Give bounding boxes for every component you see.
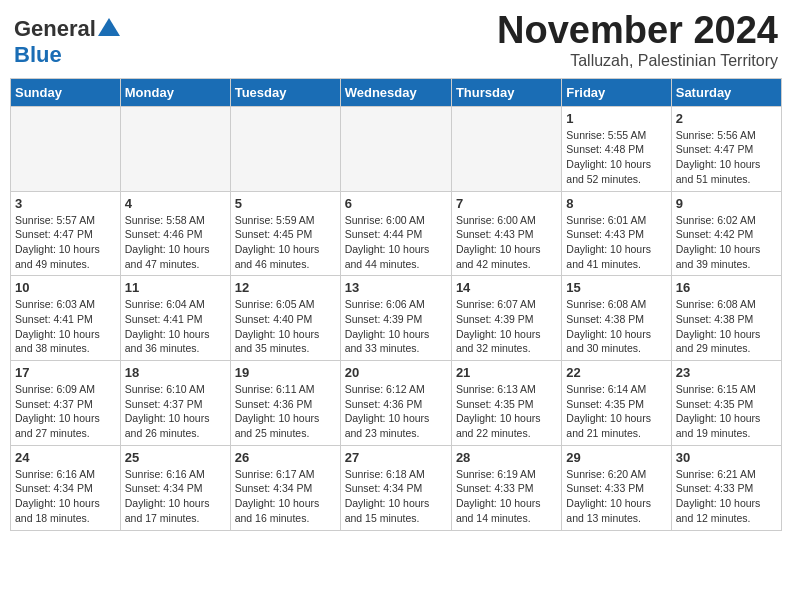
day-info: Sunrise: 6:04 AM Sunset: 4:41 PM Dayligh… bbox=[125, 297, 226, 356]
day-number: 5 bbox=[235, 196, 336, 211]
calendar-cell bbox=[11, 106, 121, 191]
logo-blue-text: Blue bbox=[14, 42, 62, 67]
day-number: 18 bbox=[125, 365, 226, 380]
calendar-cell: 25Sunrise: 6:16 AM Sunset: 4:34 PM Dayli… bbox=[120, 445, 230, 530]
day-number: 23 bbox=[676, 365, 777, 380]
month-title: November 2024 bbox=[497, 10, 778, 52]
day-info: Sunrise: 6:10 AM Sunset: 4:37 PM Dayligh… bbox=[125, 382, 226, 441]
day-number: 13 bbox=[345, 280, 447, 295]
day-number: 26 bbox=[235, 450, 336, 465]
calendar-cell: 19Sunrise: 6:11 AM Sunset: 4:36 PM Dayli… bbox=[230, 361, 340, 446]
day-info: Sunrise: 6:21 AM Sunset: 4:33 PM Dayligh… bbox=[676, 467, 777, 526]
logo: General Blue bbox=[14, 10, 120, 68]
day-info: Sunrise: 6:17 AM Sunset: 4:34 PM Dayligh… bbox=[235, 467, 336, 526]
calendar-cell: 12Sunrise: 6:05 AM Sunset: 4:40 PM Dayli… bbox=[230, 276, 340, 361]
day-info: Sunrise: 6:19 AM Sunset: 4:33 PM Dayligh… bbox=[456, 467, 557, 526]
calendar-header-thursday: Thursday bbox=[451, 78, 561, 106]
calendar-cell bbox=[340, 106, 451, 191]
day-info: Sunrise: 6:03 AM Sunset: 4:41 PM Dayligh… bbox=[15, 297, 116, 356]
calendar-cell: 21Sunrise: 6:13 AM Sunset: 4:35 PM Dayli… bbox=[451, 361, 561, 446]
calendar-cell: 5Sunrise: 5:59 AM Sunset: 4:45 PM Daylig… bbox=[230, 191, 340, 276]
day-number: 21 bbox=[456, 365, 557, 380]
day-info: Sunrise: 6:16 AM Sunset: 4:34 PM Dayligh… bbox=[15, 467, 116, 526]
day-info: Sunrise: 6:07 AM Sunset: 4:39 PM Dayligh… bbox=[456, 297, 557, 356]
day-number: 10 bbox=[15, 280, 116, 295]
day-info: Sunrise: 5:55 AM Sunset: 4:48 PM Dayligh… bbox=[566, 128, 666, 187]
calendar-cell: 15Sunrise: 6:08 AM Sunset: 4:38 PM Dayli… bbox=[562, 276, 671, 361]
day-number: 9 bbox=[676, 196, 777, 211]
calendar-cell: 23Sunrise: 6:15 AM Sunset: 4:35 PM Dayli… bbox=[671, 361, 781, 446]
calendar-week-row: 10Sunrise: 6:03 AM Sunset: 4:41 PM Dayli… bbox=[11, 276, 782, 361]
calendar-cell: 30Sunrise: 6:21 AM Sunset: 4:33 PM Dayli… bbox=[671, 445, 781, 530]
calendar-cell: 18Sunrise: 6:10 AM Sunset: 4:37 PM Dayli… bbox=[120, 361, 230, 446]
calendar-week-row: 3Sunrise: 5:57 AM Sunset: 4:47 PM Daylig… bbox=[11, 191, 782, 276]
day-info: Sunrise: 6:02 AM Sunset: 4:42 PM Dayligh… bbox=[676, 213, 777, 272]
day-info: Sunrise: 6:12 AM Sunset: 4:36 PM Dayligh… bbox=[345, 382, 447, 441]
day-number: 28 bbox=[456, 450, 557, 465]
calendar-header-tuesday: Tuesday bbox=[230, 78, 340, 106]
calendar-cell bbox=[120, 106, 230, 191]
calendar-cell: 3Sunrise: 5:57 AM Sunset: 4:47 PM Daylig… bbox=[11, 191, 121, 276]
day-info: Sunrise: 6:01 AM Sunset: 4:43 PM Dayligh… bbox=[566, 213, 666, 272]
day-number: 30 bbox=[676, 450, 777, 465]
calendar-week-row: 17Sunrise: 6:09 AM Sunset: 4:37 PM Dayli… bbox=[11, 361, 782, 446]
calendar-header-saturday: Saturday bbox=[671, 78, 781, 106]
day-info: Sunrise: 6:20 AM Sunset: 4:33 PM Dayligh… bbox=[566, 467, 666, 526]
day-number: 19 bbox=[235, 365, 336, 380]
day-info: Sunrise: 6:08 AM Sunset: 4:38 PM Dayligh… bbox=[566, 297, 666, 356]
calendar-cell bbox=[230, 106, 340, 191]
day-info: Sunrise: 5:56 AM Sunset: 4:47 PM Dayligh… bbox=[676, 128, 777, 187]
calendar-cell: 20Sunrise: 6:12 AM Sunset: 4:36 PM Dayli… bbox=[340, 361, 451, 446]
calendar-week-row: 24Sunrise: 6:16 AM Sunset: 4:34 PM Dayli… bbox=[11, 445, 782, 530]
day-info: Sunrise: 6:08 AM Sunset: 4:38 PM Dayligh… bbox=[676, 297, 777, 356]
title-section: November 2024 Talluzah, Palestinian Terr… bbox=[497, 10, 778, 70]
calendar-cell: 22Sunrise: 6:14 AM Sunset: 4:35 PM Dayli… bbox=[562, 361, 671, 446]
day-number: 14 bbox=[456, 280, 557, 295]
calendar-cell: 17Sunrise: 6:09 AM Sunset: 4:37 PM Dayli… bbox=[11, 361, 121, 446]
calendar: SundayMondayTuesdayWednesdayThursdayFrid… bbox=[10, 78, 782, 531]
day-info: Sunrise: 6:14 AM Sunset: 4:35 PM Dayligh… bbox=[566, 382, 666, 441]
calendar-cell: 28Sunrise: 6:19 AM Sunset: 4:33 PM Dayli… bbox=[451, 445, 561, 530]
calendar-cell: 10Sunrise: 6:03 AM Sunset: 4:41 PM Dayli… bbox=[11, 276, 121, 361]
day-info: Sunrise: 5:58 AM Sunset: 4:46 PM Dayligh… bbox=[125, 213, 226, 272]
day-info: Sunrise: 6:15 AM Sunset: 4:35 PM Dayligh… bbox=[676, 382, 777, 441]
calendar-cell: 6Sunrise: 6:00 AM Sunset: 4:44 PM Daylig… bbox=[340, 191, 451, 276]
day-number: 11 bbox=[125, 280, 226, 295]
calendar-header-wednesday: Wednesday bbox=[340, 78, 451, 106]
day-number: 12 bbox=[235, 280, 336, 295]
day-info: Sunrise: 6:16 AM Sunset: 4:34 PM Dayligh… bbox=[125, 467, 226, 526]
day-info: Sunrise: 6:00 AM Sunset: 4:43 PM Dayligh… bbox=[456, 213, 557, 272]
day-number: 7 bbox=[456, 196, 557, 211]
calendar-cell: 7Sunrise: 6:00 AM Sunset: 4:43 PM Daylig… bbox=[451, 191, 561, 276]
day-number: 6 bbox=[345, 196, 447, 211]
day-number: 29 bbox=[566, 450, 666, 465]
calendar-cell: 26Sunrise: 6:17 AM Sunset: 4:34 PM Dayli… bbox=[230, 445, 340, 530]
day-info: Sunrise: 6:11 AM Sunset: 4:36 PM Dayligh… bbox=[235, 382, 336, 441]
calendar-cell: 29Sunrise: 6:20 AM Sunset: 4:33 PM Dayli… bbox=[562, 445, 671, 530]
day-number: 8 bbox=[566, 196, 666, 211]
day-info: Sunrise: 6:00 AM Sunset: 4:44 PM Dayligh… bbox=[345, 213, 447, 272]
day-number: 27 bbox=[345, 450, 447, 465]
day-info: Sunrise: 6:05 AM Sunset: 4:40 PM Dayligh… bbox=[235, 297, 336, 356]
calendar-cell: 2Sunrise: 5:56 AM Sunset: 4:47 PM Daylig… bbox=[671, 106, 781, 191]
day-number: 17 bbox=[15, 365, 116, 380]
logo-general-text: General bbox=[14, 16, 96, 42]
day-number: 22 bbox=[566, 365, 666, 380]
day-number: 1 bbox=[566, 111, 666, 126]
calendar-cell: 13Sunrise: 6:06 AM Sunset: 4:39 PM Dayli… bbox=[340, 276, 451, 361]
day-info: Sunrise: 6:18 AM Sunset: 4:34 PM Dayligh… bbox=[345, 467, 447, 526]
calendar-cell: 24Sunrise: 6:16 AM Sunset: 4:34 PM Dayli… bbox=[11, 445, 121, 530]
calendar-header-monday: Monday bbox=[120, 78, 230, 106]
day-info: Sunrise: 6:06 AM Sunset: 4:39 PM Dayligh… bbox=[345, 297, 447, 356]
calendar-week-row: 1Sunrise: 5:55 AM Sunset: 4:48 PM Daylig… bbox=[11, 106, 782, 191]
location: Talluzah, Palestinian Territory bbox=[497, 52, 778, 70]
day-number: 16 bbox=[676, 280, 777, 295]
day-info: Sunrise: 6:13 AM Sunset: 4:35 PM Dayligh… bbox=[456, 382, 557, 441]
day-info: Sunrise: 6:09 AM Sunset: 4:37 PM Dayligh… bbox=[15, 382, 116, 441]
calendar-cell: 8Sunrise: 6:01 AM Sunset: 4:43 PM Daylig… bbox=[562, 191, 671, 276]
calendar-header-row: SundayMondayTuesdayWednesdayThursdayFrid… bbox=[11, 78, 782, 106]
calendar-cell: 9Sunrise: 6:02 AM Sunset: 4:42 PM Daylig… bbox=[671, 191, 781, 276]
header: General Blue November 2024 Talluzah, Pal… bbox=[10, 10, 782, 70]
calendar-header-sunday: Sunday bbox=[11, 78, 121, 106]
day-number: 2 bbox=[676, 111, 777, 126]
